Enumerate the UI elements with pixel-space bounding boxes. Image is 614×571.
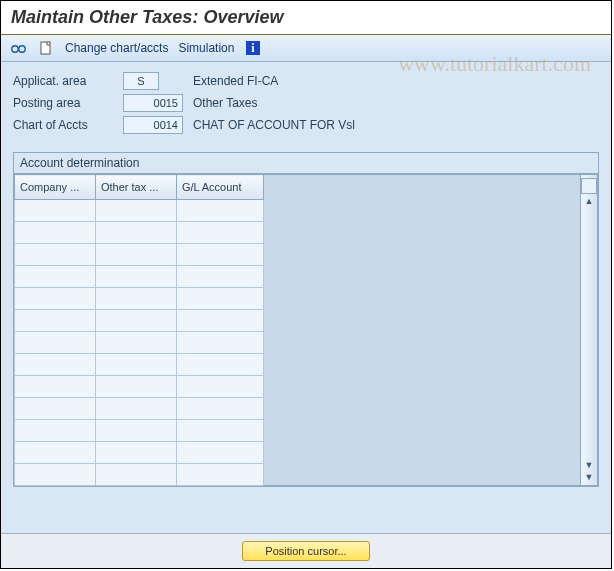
table-cell[interactable]	[15, 200, 96, 222]
page-title: Maintain Other Taxes: Overview	[1, 1, 611, 34]
col-gl-account[interactable]: G/L Account	[177, 175, 264, 200]
table-cell[interactable]	[96, 310, 177, 332]
posting-area-desc: Other Taxes	[193, 94, 453, 112]
simulation-button[interactable]: Simulation	[178, 41, 234, 55]
toolbar: Change chart/accts Simulation i	[1, 35, 611, 62]
table-cell[interactable]	[96, 442, 177, 464]
table-cell[interactable]	[177, 332, 264, 354]
table-cell[interactable]	[96, 464, 177, 486]
chart-of-accts-label: Chart of Accts	[13, 116, 113, 134]
applicat-area-label: Applicat. area	[13, 72, 113, 90]
table-cell[interactable]	[15, 420, 96, 442]
table-cell[interactable]	[96, 266, 177, 288]
svg-rect-2	[41, 42, 50, 54]
new-page-icon[interactable]	[37, 39, 55, 57]
table-row[interactable]	[15, 420, 264, 442]
table-cell[interactable]	[15, 266, 96, 288]
table-cell[interactable]	[96, 288, 177, 310]
table-cell[interactable]	[177, 288, 264, 310]
table-cell[interactable]	[15, 398, 96, 420]
scroll-up-icon[interactable]: ▲	[585, 196, 594, 206]
table-cell[interactable]	[177, 464, 264, 486]
table-row[interactable]	[15, 222, 264, 244]
panel-title: Account determination	[14, 153, 598, 174]
info-icon[interactable]: i	[244, 39, 262, 57]
scroll-down2-icon[interactable]: ▼	[585, 472, 594, 482]
svg-point-0	[12, 46, 18, 52]
table-cell[interactable]	[96, 398, 177, 420]
table-cell[interactable]	[15, 376, 96, 398]
chart-of-accts-input[interactable]: 0014	[123, 116, 183, 134]
table-cell[interactable]	[15, 244, 96, 266]
table-cell[interactable]	[15, 354, 96, 376]
applicat-area-desc: Extended FI-CA	[193, 72, 453, 90]
glasses-icon[interactable]	[9, 39, 27, 57]
chart-of-accts-desc: CHAT OF ACCOUNT FOR Vsl	[193, 116, 453, 134]
table-cell[interactable]	[15, 442, 96, 464]
table-row[interactable]	[15, 200, 264, 222]
table-cell[interactable]	[15, 332, 96, 354]
table-cell[interactable]	[177, 222, 264, 244]
table-cell[interactable]	[96, 354, 177, 376]
table-cell[interactable]	[15, 222, 96, 244]
table-cell[interactable]	[96, 376, 177, 398]
table-row[interactable]	[15, 354, 264, 376]
position-cursor-button[interactable]: Position cursor...	[242, 541, 369, 561]
table-row[interactable]	[15, 464, 264, 486]
posting-area-label: Posting area	[13, 94, 113, 112]
table-cell[interactable]	[177, 376, 264, 398]
table-cell[interactable]	[96, 200, 177, 222]
applicat-area-input[interactable]: S	[123, 72, 159, 90]
table-row[interactable]	[15, 310, 264, 332]
account-determination-panel: Account determination Company ... Other …	[13, 152, 599, 487]
table-cell[interactable]	[96, 244, 177, 266]
table-cell[interactable]	[177, 266, 264, 288]
table-cell[interactable]	[15, 310, 96, 332]
table-cell[interactable]	[177, 200, 264, 222]
table-cell[interactable]	[177, 398, 264, 420]
table-row[interactable]	[15, 332, 264, 354]
table-row[interactable]	[15, 244, 264, 266]
svg-point-1	[19, 46, 25, 52]
scroll-down-icon[interactable]: ▼	[585, 460, 594, 470]
table-row[interactable]	[15, 266, 264, 288]
header-fields: Applicat. area S Extended FI-CA Posting …	[13, 72, 599, 134]
table-cell[interactable]	[177, 310, 264, 332]
table-filler	[264, 174, 580, 486]
table-cell[interactable]	[177, 442, 264, 464]
table-row[interactable]	[15, 442, 264, 464]
table-cell[interactable]	[177, 244, 264, 266]
scroll-corner	[581, 178, 597, 194]
account-determination-table[interactable]: Company ... Other tax ... G/L Account	[14, 174, 264, 486]
table-row[interactable]	[15, 376, 264, 398]
table-row[interactable]	[15, 288, 264, 310]
table-cell[interactable]	[15, 464, 96, 486]
col-company[interactable]: Company ...	[15, 175, 96, 200]
table-cell[interactable]	[96, 332, 177, 354]
table-cell[interactable]	[96, 420, 177, 442]
table-cell[interactable]	[96, 222, 177, 244]
footer: Position cursor...	[1, 533, 611, 568]
posting-area-input[interactable]: 0015	[123, 94, 183, 112]
table-cell[interactable]	[177, 354, 264, 376]
table-cell[interactable]	[15, 288, 96, 310]
col-other-tax[interactable]: Other tax ...	[96, 175, 177, 200]
vertical-scrollbar[interactable]: ▲ ▼ ▼	[580, 174, 598, 486]
table-cell[interactable]	[177, 420, 264, 442]
table-row[interactable]	[15, 398, 264, 420]
change-chart-accts-button[interactable]: Change chart/accts	[65, 41, 168, 55]
